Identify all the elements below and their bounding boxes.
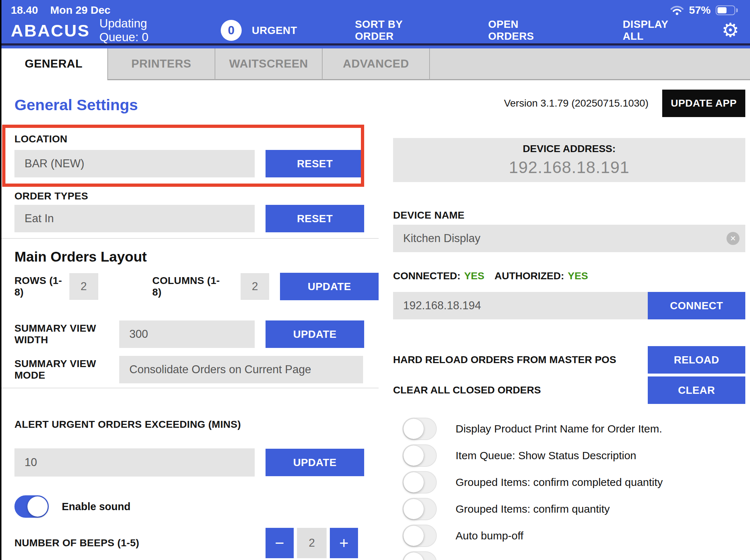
urgent-label: URGENT bbox=[252, 25, 297, 36]
toggle-label: Grouped Items: confirm completed quantit… bbox=[456, 476, 663, 488]
connection-status-row: CONNECTED: YES AUTHORIZED: YES bbox=[393, 270, 745, 282]
toggle-label: Display Product Print Name for Order Ite… bbox=[456, 423, 662, 435]
beeps-decrement-button[interactable]: − bbox=[266, 528, 294, 558]
order-types-reset-button[interactable]: RESET bbox=[266, 205, 364, 232]
location-row: BAR (NEW) RESET bbox=[14, 150, 379, 177]
battery-percent: 57% bbox=[689, 4, 711, 16]
alert-update-button[interactable]: UPDATE bbox=[266, 449, 364, 476]
order-types-row: Eat In RESET bbox=[14, 205, 379, 232]
hard-reload-label: HARD RELOAD ORDERS FROM MASTER POS bbox=[393, 354, 616, 366]
enable-sound-row: Enable sound bbox=[14, 495, 379, 518]
number-of-beeps-label: NUMBER OF BEEPS (1-5) bbox=[14, 537, 266, 549]
order-types-field[interactable]: Eat In bbox=[14, 205, 255, 232]
display-all-menu-item[interactable]: DISPLAY ALL bbox=[623, 18, 678, 42]
section-divider bbox=[0, 238, 379, 239]
status-indicators: 57% bbox=[670, 4, 738, 16]
toggle-label: Item Queue: Show Status Description bbox=[456, 449, 636, 462]
abacus-logo: ABACUS bbox=[11, 21, 90, 40]
beeps-value: 2 bbox=[297, 528, 327, 558]
summary-width-update-button[interactable]: UPDATE bbox=[266, 320, 364, 348]
toggle-row-print-name: Display Product Print Name for Order Ite… bbox=[402, 418, 745, 440]
app-version: Version 3.1.79 (20250715.1030) bbox=[504, 98, 648, 109]
urgent-counter[interactable]: 0 URGENT bbox=[221, 20, 297, 41]
alert-urgent-orders-row: 10 UPDATE bbox=[14, 448, 379, 477]
summary-view-mode-label: SUMMARY VIEW MODE bbox=[14, 358, 119, 381]
grouped-items-confirm-completed-quantity-toggle[interactable] bbox=[402, 471, 437, 494]
open-orders-menu-item[interactable]: OPEN ORDERS bbox=[488, 18, 551, 42]
battery-icon bbox=[716, 5, 738, 15]
enable-sound-label: Enable sound bbox=[62, 501, 130, 513]
tab-general[interactable]: GENERAL bbox=[0, 48, 107, 80]
columns-label: COLUMNS (1-8) bbox=[152, 275, 229, 298]
beeps-increment-button[interactable]: + bbox=[330, 528, 358, 558]
sort-by-order-menu-item[interactable]: SORT BY ORDER bbox=[355, 18, 426, 42]
authorized-status-badge: YES bbox=[568, 270, 588, 282]
layout-update-button[interactable]: UPDATE bbox=[280, 273, 379, 300]
columns-input[interactable]: 2 bbox=[241, 273, 270, 300]
partially-visible-toggle[interactable] bbox=[402, 551, 437, 560]
section-divider bbox=[0, 388, 379, 388]
tab-printers[interactable]: PRINTERS bbox=[107, 48, 215, 80]
summary-view-width-input[interactable]: 300 bbox=[119, 320, 255, 348]
device-settings-column: Version 3.1.79 (20250715.1030) UPDATE AP… bbox=[379, 80, 750, 560]
status-time-date: 18.40 Mon 29 Dec bbox=[11, 4, 111, 16]
device-name-input[interactable]: Kitchen Display ✕ bbox=[393, 225, 745, 252]
reload-button[interactable]: RELOAD bbox=[648, 346, 745, 374]
clear-closed-orders-label: CLEAR ALL CLOSED ORDERS bbox=[393, 384, 541, 396]
general-settings-column: General Settings LOCATION BAR (NEW) RESE… bbox=[0, 80, 379, 560]
number-of-beeps-row: NUMBER OF BEEPS (1-5) − 2 + bbox=[14, 528, 379, 558]
connect-button[interactable]: CONNECT bbox=[648, 292, 745, 319]
toggle-row-confirm-quantity: Grouped Items: confirm quantity bbox=[402, 498, 745, 520]
settings-content: General Settings LOCATION BAR (NEW) RESE… bbox=[0, 80, 750, 560]
version-row: Version 3.1.79 (20250715.1030) UPDATE AP… bbox=[393, 90, 745, 117]
connected-label: CONNECTED: bbox=[393, 270, 461, 282]
location-label: LOCATION bbox=[14, 133, 379, 145]
auto-bump-off-toggle[interactable] bbox=[402, 525, 437, 547]
connected-status-badge: YES bbox=[464, 270, 484, 282]
main-orders-layout-title: Main Orders Layout bbox=[14, 249, 379, 265]
rows-input[interactable]: 2 bbox=[69, 273, 98, 300]
wifi-icon bbox=[670, 5, 684, 15]
device-address-box: DEVICE ADDRESS: 192.168.18.191 bbox=[393, 138, 745, 182]
clear-device-name-icon[interactable]: ✕ bbox=[727, 232, 740, 245]
settings-gear-icon[interactable]: ⚙ bbox=[722, 21, 739, 40]
rows-columns-row: ROWS (1-8) 2 COLUMNS (1-8) 2 UPDATE bbox=[14, 273, 379, 300]
clear-button[interactable]: CLEAR bbox=[648, 376, 745, 404]
beeps-stepper: − 2 + bbox=[266, 528, 358, 558]
device-name-label: DEVICE NAME bbox=[393, 210, 745, 221]
tab-waitscreen[interactable]: WAITSCREEN bbox=[215, 48, 322, 80]
urgent-count-badge: 0 bbox=[221, 20, 242, 41]
updating-queue-status: Updating Queue: 0 bbox=[99, 17, 179, 44]
option-toggles-list: Display Product Print Name for Order Ite… bbox=[393, 418, 745, 560]
status-date: Mon 29 Dec bbox=[50, 4, 111, 16]
toggle-row-auto-bump-off: Auto bump-off bbox=[402, 525, 745, 547]
display-product-print-name-toggle[interactable] bbox=[402, 418, 437, 440]
location-field[interactable]: BAR (NEW) bbox=[14, 150, 255, 177]
toggle-label: Grouped Items: confirm quantity bbox=[456, 503, 610, 515]
enable-sound-toggle[interactable] bbox=[14, 495, 49, 518]
item-queue-status-description-toggle[interactable] bbox=[402, 444, 437, 467]
location-reset-button[interactable]: RESET bbox=[266, 150, 364, 177]
device-name-value: Kitchen Display bbox=[403, 232, 480, 245]
toggle-row-status-description: Item Queue: Show Status Description bbox=[402, 444, 745, 467]
toggle-row-partial bbox=[402, 551, 745, 560]
alert-mins-input[interactable]: 10 bbox=[14, 448, 255, 477]
master-ip-input[interactable]: 192.168.18.194 bbox=[393, 292, 648, 319]
status-time: 18.40 bbox=[11, 4, 38, 16]
settings-tab-bar: GENERAL PRINTERS WAITSCREEN ADVANCED bbox=[0, 48, 750, 80]
summary-mode-row: SUMMARY VIEW MODE Consolidate Orders on … bbox=[14, 356, 379, 383]
master-ip-row: 192.168.18.194 CONNECT bbox=[393, 292, 745, 319]
update-app-button[interactable]: UPDATE APP bbox=[662, 90, 745, 117]
summary-width-row: SUMMARY VIEW WIDTH 300 UPDATE bbox=[14, 320, 379, 348]
tab-advanced[interactable]: ADVANCED bbox=[322, 48, 429, 80]
grouped-items-confirm-quantity-toggle[interactable] bbox=[402, 498, 437, 520]
page-title: General Settings bbox=[14, 96, 379, 114]
header-strip bbox=[0, 46, 750, 48]
toggle-row-confirm-completed-quantity: Grouped Items: confirm completed quantit… bbox=[402, 471, 745, 494]
alert-urgent-orders-label: ALERT URGENT ORDERS EXCEEDING (MINS) bbox=[14, 419, 379, 430]
clear-closed-orders-row: CLEAR ALL CLOSED ORDERS CLEAR bbox=[393, 376, 745, 404]
app-bar: ABACUS Updating Queue: 0 0 URGENT SORT B… bbox=[0, 17, 750, 43]
rows-label: ROWS (1-8) bbox=[14, 275, 69, 298]
summary-view-mode-select[interactable]: Consolidate Orders on Current Page bbox=[119, 356, 363, 383]
device-address-value: 192.168.18.191 bbox=[509, 158, 630, 177]
